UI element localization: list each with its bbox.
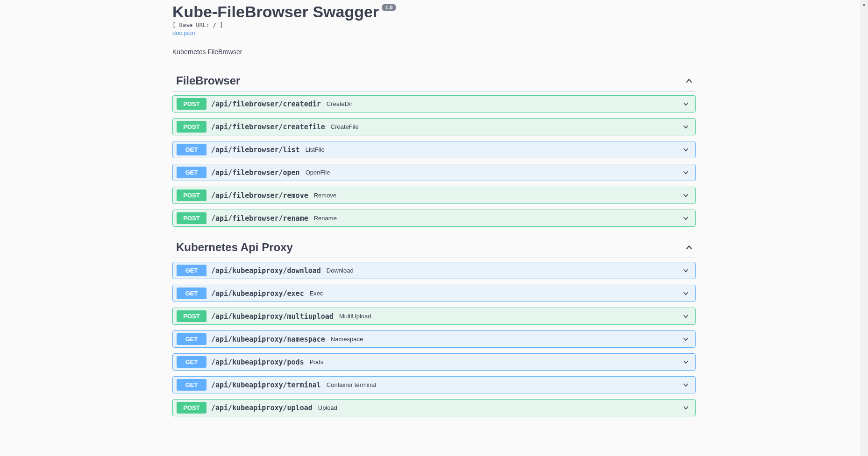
chevron-down-icon — [682, 192, 690, 199]
operation-row[interactable]: GET/api/kubeapiproxy/execExec — [172, 285, 696, 302]
api-header: Kube-FileBrowser Swagger 1.0 [ Base URL:… — [172, 0, 696, 56]
operation-summary: Download — [327, 267, 682, 274]
chevron-down-icon — [682, 336, 690, 343]
operation-path: /api/filebrowser/createdir — [211, 100, 321, 108]
vertical-scrollbar[interactable]: ▲ — [860, 0, 868, 422]
operation-row[interactable]: GET/api/kubeapiproxy/namespaceNamespace — [172, 330, 696, 348]
http-method-badge: POST — [177, 98, 206, 110]
operation-row[interactable]: GET/api/kubeapiproxy/downloadDownload — [172, 262, 696, 279]
chevron-down-icon — [682, 381, 690, 389]
http-method-badge: POST — [177, 402, 206, 414]
http-method-badge: POST — [177, 189, 206, 201]
operation-path: /api/kubeapiproxy/multiupload — [211, 312, 334, 321]
operation-path: /api/kubeapiproxy/pods — [211, 358, 304, 366]
operation-summary: CreateFile — [331, 123, 682, 130]
operation-row[interactable]: POST/api/filebrowser/removeRemove — [172, 187, 696, 204]
http-method-badge: GET — [177, 356, 206, 368]
doc-json-link[interactable]: doc.json — [172, 29, 195, 36]
chevron-down-icon — [682, 358, 690, 366]
tag-section: Kubernetes Api ProxyGET/api/kubeapiproxy… — [172, 237, 696, 416]
operation-list: GET/api/kubeapiproxy/downloadDownloadGET… — [172, 258, 696, 416]
http-method-badge: POST — [177, 121, 206, 133]
operation-row[interactable]: POST/api/filebrowser/createfileCreateFil… — [172, 118, 696, 135]
operation-summary: ListFile — [306, 146, 682, 153]
http-method-badge: GET — [177, 333, 206, 345]
operation-row[interactable]: POST/api/filebrowser/renameRename — [172, 210, 696, 227]
chevron-down-icon — [682, 267, 690, 274]
chevron-down-icon — [682, 313, 690, 320]
operation-summary: Remove — [314, 192, 682, 199]
http-method-badge: GET — [177, 167, 206, 178]
operation-path: /api/filebrowser/createfile — [211, 123, 325, 131]
tag-name: FileBrowser — [176, 74, 240, 87]
tag-name: Kubernetes Api Proxy — [176, 241, 293, 254]
operation-summary: OpenFile — [306, 169, 682, 176]
operation-path: /api/filebrowser/list — [211, 146, 300, 154]
chevron-down-icon — [682, 100, 690, 108]
operation-path: /api/filebrowser/rename — [211, 214, 308, 223]
tag-header[interactable]: FileBrowser — [172, 70, 696, 91]
api-title: Kube-FileBrowser Swagger — [172, 3, 379, 21]
base-url: [ Base URL: / ] — [172, 22, 696, 28]
operation-row[interactable]: GET/api/kubeapiproxy/podsPods — [172, 353, 696, 371]
chevron-up-icon — [684, 243, 694, 252]
api-description: Kubernetes FileBrowser — [172, 48, 696, 56]
tag-section: FileBrowserPOST/api/filebrowser/createdi… — [172, 70, 696, 227]
chevron-up-icon — [684, 76, 694, 85]
operation-summary: Pods — [310, 358, 682, 365]
operation-path: /api/kubeapiproxy/upload — [211, 404, 313, 412]
chevron-down-icon — [682, 169, 690, 176]
operation-list: POST/api/filebrowser/createdirCreateDirP… — [172, 91, 696, 227]
http-method-badge: GET — [177, 265, 206, 276]
operation-row[interactable]: GET/api/filebrowser/openOpenFile — [172, 164, 696, 181]
chevron-down-icon — [682, 215, 690, 222]
operation-path: /api/kubeapiproxy/exec — [211, 289, 304, 298]
operation-row[interactable]: POST/api/filebrowser/createdirCreateDir — [172, 95, 696, 112]
operation-summary: Namespace — [331, 336, 682, 343]
http-method-badge: POST — [177, 212, 206, 224]
chevron-down-icon — [682, 290, 690, 297]
api-version-badge: 1.0 — [382, 4, 396, 11]
operation-row[interactable]: GET/api/kubeapiproxy/terminalContainer t… — [172, 376, 696, 393]
chevron-down-icon — [682, 404, 690, 412]
scroll-up-arrow-icon[interactable]: ▲ — [860, 0, 868, 8]
http-method-badge: GET — [177, 288, 206, 299]
chevron-down-icon — [682, 123, 690, 131]
operation-row[interactable]: POST/api/kubeapiproxy/multiuploadMultiUp… — [172, 308, 696, 325]
operation-summary: Upload — [318, 404, 682, 411]
operation-summary: MultiUpload — [339, 313, 682, 320]
operation-path: /api/kubeapiproxy/terminal — [211, 381, 321, 389]
tag-header[interactable]: Kubernetes Api Proxy — [172, 237, 696, 258]
operation-path: /api/kubeapiproxy/download — [211, 267, 321, 275]
operation-row[interactable]: GET/api/filebrowser/listListFile — [172, 141, 696, 158]
operation-summary: Rename — [314, 215, 682, 222]
operation-summary: CreateDir — [327, 100, 682, 107]
http-method-badge: GET — [177, 144, 206, 155]
operation-path: /api/filebrowser/remove — [211, 191, 308, 200]
http-method-badge: POST — [177, 310, 206, 322]
operation-path: /api/kubeapiproxy/namespace — [211, 335, 325, 344]
operation-row[interactable]: POST/api/kubeapiproxy/uploadUpload — [172, 399, 696, 416]
chevron-down-icon — [682, 146, 690, 154]
operation-path: /api/filebrowser/open — [211, 168, 300, 177]
operation-summary: Container terminal — [327, 381, 682, 388]
http-method-badge: GET — [177, 379, 206, 391]
operation-summary: Exec — [310, 290, 682, 297]
